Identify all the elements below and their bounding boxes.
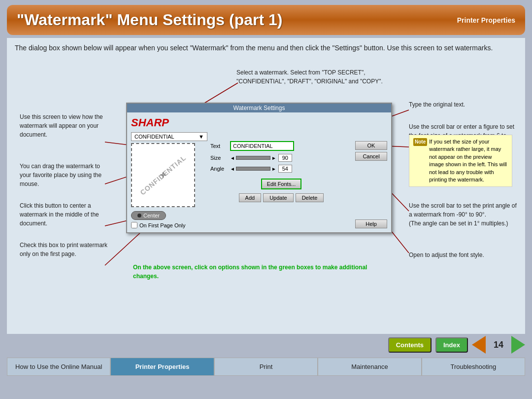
dialog-controls: Text Size ◄ ► 90	[210, 132, 352, 228]
dialog-titlebar: Watermark Settings	[127, 104, 391, 112]
dropdown-arrow-icon: ▼	[199, 134, 204, 140]
first-page-label: On First Page Only	[139, 222, 186, 228]
callout-right-2: Use the scroll bar to set the print angl…	[409, 201, 517, 228]
note-text: If you set the size of your watermark ra…	[429, 138, 508, 183]
page-number: 14	[490, 340, 507, 350]
page-nav-area: Contents Index 14	[0, 334, 532, 356]
ok-button[interactable]: OK	[355, 141, 387, 150]
center-btn-row: Center	[131, 209, 207, 220]
page-title: "Watermark" Menu Settings (part 1)	[17, 11, 282, 29]
crosshair-icon: ✛	[160, 171, 166, 179]
page-header: "Watermark" Menu Settings (part 1) Print…	[7, 5, 525, 35]
size-input-row: Size ◄ ► 90	[210, 154, 352, 162]
text-label: Text	[210, 143, 228, 149]
help-button[interactable]: Help	[355, 219, 387, 228]
callout-left-2: You can drag the watermark to your favor…	[20, 162, 111, 188]
callout-top-right-1: Select a watermark. Select from "TOP SEC…	[236, 68, 404, 86]
text-input[interactable]	[230, 141, 294, 151]
next-page-button[interactable]	[511, 336, 525, 354]
callout-left-4: Check this box to print watermark only o…	[20, 241, 111, 258]
dialog-preview-area: CONFIDENTIAL ▼ CONFIDENTIAL ✛	[131, 132, 207, 228]
text-input-row: Text	[210, 141, 352, 151]
nav-troubleshooting[interactable]: Troubleshooting	[422, 358, 525, 376]
index-button[interactable]: Index	[435, 337, 468, 353]
nav-printer-properties[interactable]: Printer Properties	[110, 358, 214, 376]
size-label: Size	[210, 155, 228, 161]
dropdown-row: CONFIDENTIAL ▼	[131, 132, 207, 141]
callout-right-3: Open to adjust the font style.	[409, 251, 517, 259]
cancel-button[interactable]: Cancel	[355, 152, 387, 161]
center-btn-dot	[137, 214, 141, 218]
angle-value: 54	[278, 165, 292, 173]
footer-nav: How to Use the Online Manual Printer Pro…	[7, 358, 525, 376]
first-page-checkbox[interactable]	[131, 222, 137, 228]
note-box: Note If you set the size of your waterma…	[409, 135, 512, 187]
size-slider-track	[236, 156, 270, 160]
watermark-dialog: Watermark Settings SHARP CONFIDENTIAL ▼	[126, 103, 392, 233]
add-button[interactable]: Add	[239, 193, 262, 202]
dialog-body: SHARP CONFIDENTIAL ▼ CONFID	[127, 112, 391, 232]
angle-slider[interactable]: ◄ ►	[230, 166, 276, 172]
watermark-preview: CONFIDENTIAL ✛	[131, 143, 195, 207]
size-slider[interactable]: ◄ ►	[230, 155, 276, 161]
nav-maintenance[interactable]: Maintenance	[318, 358, 421, 376]
size-value: 90	[278, 154, 292, 162]
nav-how-to[interactable]: How to Use the Online Manual	[7, 358, 110, 376]
callout-left-3: Click this button to center a watermark …	[20, 201, 111, 228]
prev-page-button[interactable]	[472, 336, 486, 354]
nav-print[interactable]: Print	[214, 358, 318, 376]
diagram-area: Use this screen to view how the watermar…	[15, 58, 517, 300]
note-label: Note	[413, 138, 427, 146]
update-button[interactable]: Update	[263, 193, 293, 202]
dialog-action-buttons: OK Cancel Help	[355, 132, 387, 228]
watermark-dropdown[interactable]: CONFIDENTIAL ▼	[131, 132, 207, 141]
angle-slider-track	[236, 167, 270, 171]
contents-button[interactable]: Contents	[388, 337, 432, 353]
delete-button[interactable]: Delete	[296, 193, 324, 202]
dialog-inner: CONFIDENTIAL ▼ CONFIDENTIAL ✛	[131, 132, 387, 228]
intro-paragraph: The dialog box shown below will appear w…	[15, 43, 517, 53]
edit-fonts-row: Edit Fonts...	[210, 177, 352, 191]
main-content: The dialog box shown below will appear w…	[7, 38, 525, 334]
bottom-btn-row: Add Update Delete	[210, 193, 352, 202]
callout-left-1: Use this screen to view how the watermar…	[20, 112, 111, 139]
page-subtitle: Printer Properties	[457, 16, 515, 24]
center-button[interactable]: Center	[131, 211, 166, 220]
green-instruction: On the above screen, click on options sh…	[133, 263, 394, 281]
checkbox-row: On First Page Only	[131, 222, 207, 228]
angle-input-row: Angle ◄ ► 54	[210, 165, 352, 173]
angle-label: Angle	[210, 166, 228, 172]
callout-top-right-2: Type the original text.	[409, 100, 507, 109]
sharp-logo: SHARP	[131, 116, 387, 129]
edit-fonts-button[interactable]: Edit Fonts...	[261, 179, 302, 189]
